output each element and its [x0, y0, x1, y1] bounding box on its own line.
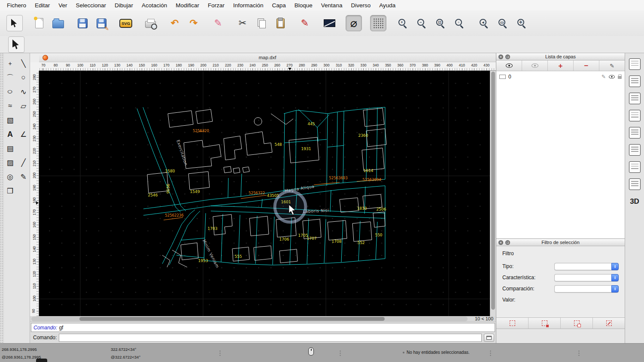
- 3d-mode-button[interactable]: 3D: [630, 197, 639, 206]
- select-matching-button[interactable]: [496, 318, 529, 329]
- undock-panel-icon[interactable]: ❏: [505, 54, 510, 59]
- paste-button[interactable]: [272, 15, 289, 31]
- pan-button[interactable]: ✛: [513, 15, 530, 31]
- menu-acotacio-n[interactable]: Acotación: [137, 2, 171, 9]
- document-titlebar[interactable]: map.dxf: [39, 53, 496, 62]
- ellipse-tool[interactable]: ○: [4, 86, 16, 98]
- remove-layer-button[interactable]: −: [574, 60, 599, 71]
- menu-editar[interactable]: Editar: [30, 2, 54, 9]
- close-panel-icon[interactable]: ✕: [498, 54, 503, 59]
- print-preview-button[interactable]: [142, 15, 158, 31]
- menu-diverso[interactable]: Diverso: [346, 2, 375, 9]
- delete-button[interactable]: ✎: [210, 15, 226, 31]
- property-editor-panel-button[interactable]: [629, 58, 641, 70]
- polyline-tool[interactable]: ≈: [4, 100, 16, 112]
- drawing-canvas[interactable]: 4452360548193116141580254615494350590561…: [39, 71, 490, 316]
- selection-region-tool[interactable]: ▧: [4, 114, 16, 126]
- show-all-layers-button[interactable]: [496, 60, 522, 71]
- spline-icon: ∿: [20, 87, 26, 97]
- pointer-icon: [12, 39, 20, 49]
- arc-tool[interactable]: ⌒: [4, 72, 16, 84]
- filter-select-tipo[interactable]: ▴▾: [554, 263, 619, 270]
- zoom-window-button[interactable]: ▭: [495, 15, 511, 31]
- selection-pointer-button[interactable]: [6, 15, 23, 31]
- isometric-tool[interactable]: ❒: [4, 185, 16, 197]
- lineweight-display-button[interactable]: [321, 15, 337, 31]
- close-panel-icon[interactable]: ✕: [498, 240, 503, 245]
- library-browser-panel-button[interactable]: [629, 127, 641, 139]
- vertical-scrollbar-thumb[interactable]: [491, 72, 495, 310]
- view-list-panel-button[interactable]: [629, 110, 641, 121]
- point-tool[interactable]: +: [4, 57, 16, 69]
- auto-zoom-button[interactable]: ⊡: [432, 15, 449, 31]
- layer-visibility-icon[interactable]: [609, 75, 615, 78]
- zoom-in-button[interactable]: +: [395, 15, 411, 31]
- redo-button[interactable]: ↷: [185, 15, 202, 31]
- measure-tool[interactable]: ╱: [18, 157, 30, 169]
- save-button[interactable]: [74, 15, 91, 31]
- insert-image-tool[interactable]: ▤: [4, 142, 16, 154]
- command-line-panel-button[interactable]: [629, 144, 641, 156]
- layer-list-panel-button[interactable]: [629, 75, 641, 87]
- dashed-square-slash-icon: [606, 320, 612, 326]
- reference-panel-button[interactable]: [629, 178, 641, 190]
- selection-filter-panel-button[interactable]: [629, 161, 641, 173]
- new-file-button[interactable]: [31, 15, 47, 31]
- cut-button[interactable]: ✂: [234, 15, 251, 31]
- filter-select-comparacio-n[interactable]: ▴▾: [554, 285, 619, 293]
- layer-row[interactable]: 0✎: [496, 72, 625, 81]
- copy-button[interactable]: [253, 15, 270, 31]
- line-tool[interactable]: ╲: [18, 57, 30, 69]
- command-input[interactable]: [59, 334, 482, 342]
- grid-toggle-button[interactable]: [370, 15, 386, 31]
- remove-from-selection-button[interactable]: [593, 318, 625, 329]
- menu-bloque[interactable]: Bloque: [290, 2, 317, 9]
- dimension-tool[interactable]: ∠: [18, 128, 30, 140]
- menu-fichero[interactable]: Fichero: [3, 2, 30, 9]
- vertical-scrollbar[interactable]: [490, 71, 496, 316]
- filter-select-caracteri-stica[interactable]: ▴▾: [554, 274, 619, 281]
- menu-capa[interactable]: Capa: [268, 2, 290, 9]
- previous-view-button[interactable]: ◂: [476, 15, 492, 31]
- add-layer-button[interactable]: +: [548, 60, 574, 71]
- add-to-selection-button[interactable]: [561, 318, 593, 329]
- menu-forzar[interactable]: Forzar: [204, 2, 229, 9]
- pencil-icon: ✎: [610, 63, 614, 69]
- hide-all-layers-button[interactable]: [522, 60, 548, 71]
- selection-pointer-tool[interactable]: [8, 36, 24, 53]
- svg-export-button[interactable]: SVG: [118, 15, 134, 31]
- menu-dibujar[interactable]: Dibujar: [110, 2, 137, 9]
- menu-ayuda[interactable]: Ayuda: [375, 2, 400, 9]
- horizontal-scrollbar[interactable]: [31, 317, 468, 321]
- zoom-selection-button[interactable]: ▫: [451, 15, 468, 31]
- zoom-out-button[interactable]: −: [413, 15, 430, 31]
- edit-properties-button[interactable]: ✎: [297, 15, 313, 31]
- info-tool[interactable]: ◎: [4, 171, 16, 183]
- command-options-button[interactable]: [484, 334, 494, 342]
- block-list-panel-button[interactable]: [629, 93, 641, 104]
- menu-ver[interactable]: Ver: [54, 2, 71, 9]
- menu-modificar[interactable]: Modificar: [171, 2, 204, 9]
- layer-lock-icon[interactable]: [618, 76, 622, 79]
- layer-edit-icon[interactable]: ✎: [601, 74, 606, 79]
- undo-button[interactable]: ↶: [167, 15, 183, 31]
- menu-ventana[interactable]: Ventana: [317, 2, 347, 9]
- svg-text:52563693: 52563693: [329, 176, 347, 180]
- menu-informacio-n[interactable]: Información: [229, 2, 268, 9]
- menu-seleccionar[interactable]: Seleccionar: [72, 2, 111, 9]
- save-as-button[interactable]: ✎: [93, 15, 109, 31]
- modify-tool[interactable]: ✎: [18, 171, 30, 183]
- deselect-matching-button[interactable]: [529, 318, 561, 329]
- undock-panel-icon[interactable]: ❏: [505, 240, 510, 245]
- edit-layer-button[interactable]: ✎: [599, 60, 625, 71]
- draft-mode-button[interactable]: ⌀: [346, 15, 362, 31]
- text-tool[interactable]: A: [4, 128, 16, 140]
- hatch-tool[interactable]: ▨: [4, 157, 16, 169]
- spline-tool[interactable]: ∿: [18, 86, 30, 98]
- circle-tool[interactable]: ○: [18, 72, 30, 84]
- open-file-button[interactable]: [50, 15, 66, 31]
- palette-drag-handle[interactable]: [0, 53, 4, 343]
- horizontal-scrollbar-thumb[interactable]: [79, 317, 385, 321]
- layer-color-swatch[interactable]: [499, 75, 506, 79]
- polygon-tool[interactable]: ▱: [18, 100, 30, 112]
